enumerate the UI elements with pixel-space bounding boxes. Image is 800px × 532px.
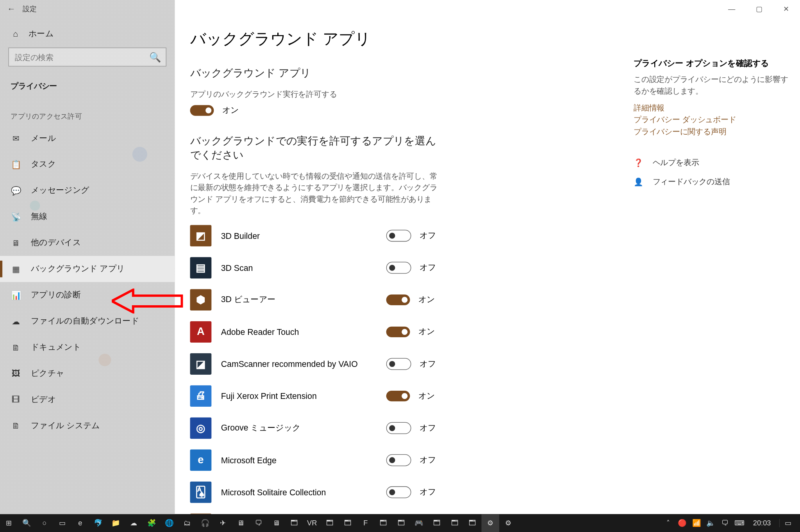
sidebar-item[interactable]: 🗎ファイル システム	[0, 413, 175, 439]
app-toggle[interactable]	[386, 486, 411, 498]
taskbar-clock[interactable]: 20:03	[748, 519, 776, 527]
sidebar-item-icon: ▦	[11, 264, 21, 274]
app-toggle[interactable]	[386, 326, 410, 337]
sidebar-item[interactable]: 🖥他のデバイス	[0, 230, 175, 256]
sidebar-item-icon: 📋	[11, 160, 21, 169]
sidebar-home-label: ホーム	[29, 28, 54, 39]
taskbar-item[interactable]: VR	[303, 514, 321, 532]
sidebar-home[interactable]: ⌂ ホーム	[0, 23, 175, 45]
help-link-label: ヘルプを表示	[653, 157, 699, 168]
search-input[interactable]	[14, 52, 149, 62]
sidebar-item[interactable]: ▦バックグラウンド アプリ	[0, 256, 175, 282]
help-link[interactable]: ❓ヘルプを表示	[634, 157, 788, 168]
taskbar-item[interactable]: 🗔	[339, 514, 357, 532]
tray-icon[interactable]: ˄	[662, 519, 673, 527]
sidebar-item[interactable]: ✉メール	[0, 125, 175, 151]
taskbar-item[interactable]: 🖥	[268, 514, 286, 532]
app-toggle-label: オン	[418, 326, 435, 337]
sidebar: ⌂ ホーム 🔍 プライバシー アプリのアクセス許可 ✉メール📋タスク💬メッセージ…	[0, 0, 175, 514]
app-toggle-row: オン	[386, 294, 440, 305]
taskbar-item[interactable]: ✈	[214, 514, 232, 532]
app-name-label: 3D Scan	[221, 263, 377, 272]
taskbar-item[interactable]: ⚙	[499, 514, 517, 532]
maximize-button[interactable]: ▢	[745, 0, 773, 18]
notification-center-button[interactable]: ▭	[779, 519, 796, 527]
app-toggle[interactable]	[386, 454, 411, 466]
app-toggle[interactable]	[386, 230, 411, 241]
side-link[interactable]: プライバシー ダッシュボード	[634, 115, 788, 125]
section-allow-bg: バックグラウンド アプリ アプリのバックグラウンド実行を許可する オン	[190, 66, 446, 116]
taskbar-item[interactable]: 📁	[107, 514, 125, 532]
taskbar-item[interactable]: 🗔	[375, 514, 393, 532]
taskbar-item[interactable]: 🗔	[446, 514, 464, 532]
app-name-label: Groove ミュージック	[221, 422, 377, 433]
taskbar-item[interactable]: e	[71, 514, 89, 532]
tray-icon[interactable]: 📶	[691, 519, 702, 527]
close-button[interactable]: ✕	[773, 0, 800, 18]
app-name-label: Adobe Reader Touch	[221, 327, 377, 336]
sidebar-item[interactable]: 📊アプリの診断	[0, 282, 175, 308]
app-toggle[interactable]	[386, 358, 411, 370]
sidebar-item[interactable]: 📡無線	[0, 204, 175, 230]
sidebar-item[interactable]: 🖼ピクチャ	[0, 360, 175, 386]
back-button[interactable]: ←	[0, 0, 23, 18]
sidebar-item-label: 無線	[31, 212, 48, 222]
taskbar-item[interactable]: F	[357, 514, 375, 532]
sidebar-search[interactable]: 🔍	[8, 48, 166, 67]
taskbar-item[interactable]: ○	[36, 514, 54, 532]
sidebar-item[interactable]: 💬メッセージング	[0, 178, 175, 204]
app-toggle[interactable]	[386, 390, 410, 401]
sidebar-item-icon: 🗎	[11, 343, 21, 352]
taskbar-item[interactable]: 🗨	[250, 514, 268, 532]
sidebar-item[interactable]: 📋タスク	[0, 151, 175, 178]
minimize-button[interactable]: —	[718, 0, 745, 18]
taskbar-item[interactable]: 🎧	[196, 514, 214, 532]
taskbar-item[interactable]: 🌐	[161, 514, 179, 532]
app-toggle-row: オフ	[386, 358, 440, 370]
app-toggle[interactable]	[386, 422, 411, 434]
taskbar-item[interactable]: 🗔	[464, 514, 482, 532]
taskbar-item[interactable]: 🎮	[410, 514, 428, 532]
app-toggle[interactable]	[386, 294, 410, 305]
taskbar-item[interactable]: ☁	[125, 514, 143, 532]
app-toggle-row: オン	[386, 390, 440, 401]
taskbar-item[interactable]: 🖥	[232, 514, 250, 532]
taskbar-item[interactable]: ⚙	[481, 514, 499, 532]
tray-icon[interactable]: 🔴	[677, 519, 688, 527]
sidebar-item-label: 他のデバイス	[31, 237, 81, 248]
taskbar-item[interactable]: 🗂	[178, 514, 196, 532]
taskbar-item[interactable]: 🧩	[143, 514, 161, 532]
tray-icon[interactable]: 🗨	[720, 519, 730, 527]
taskbar-item[interactable]: 🗔	[392, 514, 410, 532]
taskbar-item[interactable]: ▭	[54, 514, 71, 532]
taskbar-item[interactable]: 🗔	[428, 514, 446, 532]
taskbar-item[interactable]: 🔍	[18, 514, 36, 532]
sidebar-item[interactable]: 🎞ビデオ	[0, 386, 175, 413]
sidebar-search-wrap: 🔍	[0, 45, 175, 73]
section-text: アプリのバックグラウンド実行を許可する	[190, 89, 440, 100]
sidebar-item-label: アプリの診断	[31, 290, 81, 300]
taskbar-right: ˄🔴📶🔈🗨⌨ 20:03 ▭	[659, 519, 800, 527]
sidebar-item[interactable]: 🗎ドキュメント	[0, 334, 175, 360]
app-toggle[interactable]	[386, 262, 411, 273]
tray-icon[interactable]: 🔈	[705, 519, 716, 527]
app-toggle-row: オフ	[386, 454, 440, 466]
taskbar-item[interactable]: 🐬	[89, 514, 107, 532]
sidebar-item[interactable]: ☁ファイルの自動ダウンロード	[0, 308, 175, 335]
app-item: 🖨Fuji Xerox Print Extensionオン	[190, 385, 440, 407]
sidebar-item-label: バックグラウンド アプリ	[31, 263, 125, 274]
app-name-label: 3D Builder	[221, 231, 377, 240]
allow-bg-toggle[interactable]	[190, 105, 214, 115]
app-icon: e	[190, 449, 212, 471]
settings-window: ← 設定 — ▢ ✕ ⌂ ホーム 🔍 プライバシー アプリのアクセス許可 ✉メー…	[0, 0, 800, 514]
tray-icon[interactable]: ⌨	[734, 519, 745, 527]
taskbar-item[interactable]: 🗔	[285, 514, 303, 532]
app-icon: 🖨	[190, 385, 212, 407]
taskbar-item[interactable]: ⊞	[0, 514, 18, 532]
taskbar-item[interactable]: 🗔	[321, 514, 339, 532]
side-link[interactable]: プライバシーに関する声明	[634, 126, 788, 137]
help-link[interactable]: 👤フィードバックの送信	[634, 176, 788, 187]
side-links: 詳細情報プライバシー ダッシュボードプライバシーに関する声明	[634, 103, 788, 137]
side-link[interactable]: 詳細情報	[634, 103, 788, 113]
app-icon: ◎	[190, 417, 212, 439]
